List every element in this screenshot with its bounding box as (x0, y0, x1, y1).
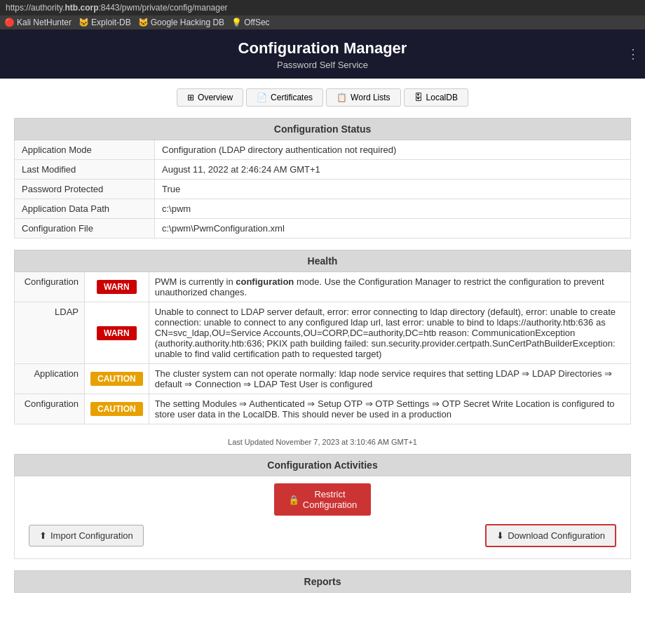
header-menu-icon[interactable]: ⋮ (627, 46, 639, 62)
row-label: Configuration File (15, 219, 155, 239)
tab-certificates[interactable]: 📄 Certificates (246, 88, 323, 107)
status-badge: WARN (97, 326, 137, 340)
row-label: Last Modified (15, 160, 155, 180)
import-config-button[interactable]: ⬆ Import Configuration (29, 525, 144, 546)
localdb-icon: 🗄 (414, 93, 423, 102)
restrict-row: 🔒 RestrictConfiguration (22, 483, 623, 516)
health-message: PWM is currently in configuration mode. … (149, 272, 630, 302)
bookmark-exploitdb[interactable]: 🐱 Exploit-DB (79, 18, 131, 27)
restrict-config-button[interactable]: 🔒 RestrictConfiguration (274, 483, 371, 516)
download-icon: ⬇ (496, 530, 504, 541)
row-value: True (155, 180, 631, 199)
app-header: Configuration Manager Password Self Serv… (0, 29, 645, 79)
activities-row: 🔒 RestrictConfiguration ⬆ Import Configu… (15, 476, 631, 559)
tab-localdb[interactable]: 🗄 LocalDB (404, 88, 468, 107)
url-display: https://authority.htb.corp:8443/pwm/priv… (6, 3, 228, 13)
last-updated-text: Last Updated November 7, 2023 at 3:10:46… (14, 436, 631, 448)
status-badge: CAUTION (90, 402, 143, 416)
row-label: Application Mode (15, 140, 155, 160)
offsec-icon: 💡 (231, 18, 242, 27)
tab-overview[interactable]: ⊞ Overview (177, 88, 243, 107)
bookmark-kali[interactable]: 🔴 Kali NetHunter (4, 18, 72, 27)
health-message: The setting Modules ⇒ Authenticated ⇒ Se… (149, 394, 630, 424)
overview-icon: ⊞ (187, 93, 194, 102)
status-badge: WARN (97, 280, 137, 294)
certificates-icon: 📄 (257, 93, 267, 102)
upload-icon: ⬆ (39, 530, 47, 541)
page-subtitle: Password Self Service (7, 60, 638, 70)
health-header: Health (15, 250, 631, 272)
health-message: The cluster system can not operate norma… (149, 364, 630, 394)
page-title: Configuration Manager (7, 39, 638, 58)
activities-bottom-row: ⬆ Import Configuration ⬇ Download Config… (22, 520, 623, 551)
table-row: Password Protected True (15, 180, 631, 199)
status-badge: CAUTION (90, 372, 143, 386)
row-value: August 11, 2022 at 2:46:24 AM GMT+1 (155, 160, 631, 180)
table-row: Last Modified August 11, 2022 at 2:46:24… (15, 160, 631, 180)
table-row: Application Data Path c:\pwm (15, 199, 631, 219)
exploitdb-icon: 🐱 (79, 18, 89, 27)
health-row-ldap-warn: LDAP WARN Unable to connect to LDAP serv… (15, 302, 631, 364)
activities-header: Configuration Activities (15, 455, 631, 476)
row-label: Password Protected (15, 180, 155, 199)
health-row-config-warn: Configuration WARN PWM is currently in c… (15, 272, 631, 302)
bookmark-ghdb[interactable]: 🐱 Google Hacking DB (138, 18, 224, 27)
activities-table: Configuration Activities 🔒 RestrictConfi… (14, 454, 631, 559)
health-row-label: Configuration (15, 394, 85, 424)
health-badge-warn: WARN (85, 272, 149, 302)
reports-header: Reports (15, 571, 631, 593)
activities-cell: 🔒 RestrictConfiguration ⬆ Import Configu… (15, 476, 631, 559)
health-badge-caution: CAUTION (85, 394, 149, 424)
lock-icon: 🔒 (288, 495, 299, 505)
tab-bar: ⊞ Overview 📄 Certificates 📋 Word Lists 🗄… (14, 88, 631, 107)
bookmarks-bar: 🔴 Kali NetHunter 🐱 Exploit-DB 🐱 Google H… (0, 15, 645, 29)
row-value: c:\pwm\PwmConfiguration.xml (155, 219, 631, 239)
wordlists-icon: 📋 (337, 93, 347, 102)
health-table: Health Configuration WARN PWM is current… (14, 250, 631, 424)
row-value: c:\pwm (155, 199, 631, 219)
kali-icon: 🔴 (4, 18, 15, 27)
bookmark-offsec[interactable]: 💡 OffSec (231, 18, 269, 27)
browser-bar: https://authority.htb.corp:8443/pwm/priv… (0, 0, 645, 15)
health-badge-caution: CAUTION (85, 364, 149, 394)
tab-wordlists[interactable]: 📋 Word Lists (326, 88, 400, 107)
ghdb-icon: 🐱 (138, 18, 149, 27)
health-message: Unable to connect to LDAP server default… (149, 302, 630, 364)
health-row-label: Application (15, 364, 85, 394)
main-content: ⊞ Overview 📄 Certificates 📋 Word Lists 🗄… (0, 79, 645, 603)
config-status-table: Configuration Status Application Mode Co… (14, 118, 631, 239)
config-status-header: Configuration Status (15, 119, 631, 140)
table-row: Application Mode Configuration (LDAP dir… (15, 140, 631, 160)
row-label: Application Data Path (15, 199, 155, 219)
health-row-label: Configuration (15, 272, 85, 302)
health-row-label: LDAP (15, 302, 85, 364)
health-row-app-caution: Application CAUTION The cluster system c… (15, 364, 631, 394)
download-config-button[interactable]: ⬇ Download Configuration (485, 524, 616, 547)
health-badge-warn: WARN (85, 302, 149, 364)
table-row: Configuration File c:\pwm\PwmConfigurati… (15, 219, 631, 239)
row-value: Configuration (LDAP directory authentica… (155, 140, 631, 160)
reports-table: Reports (14, 570, 631, 593)
health-row-config-caution: Configuration CAUTION The setting Module… (15, 394, 631, 424)
